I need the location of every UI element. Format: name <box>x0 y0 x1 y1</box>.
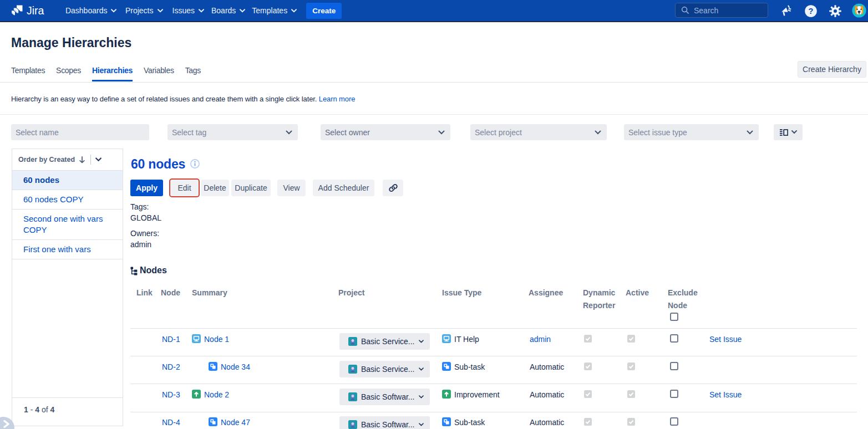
svg-text:?: ? <box>809 7 814 16</box>
